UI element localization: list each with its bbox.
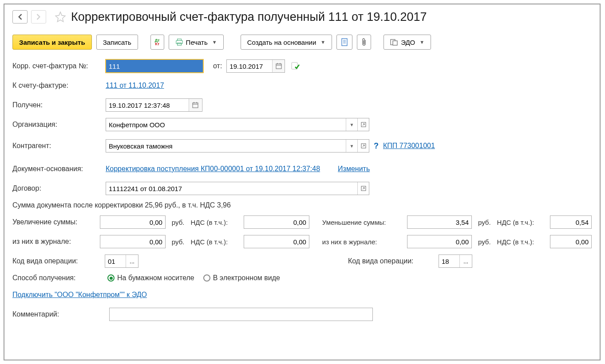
create-based-button[interactable]: Создать на основании ▼ xyxy=(241,35,332,50)
opcode2-input[interactable] xyxy=(439,255,459,267)
to-invoice-link[interactable]: 111 от 11.10.2017 xyxy=(106,82,164,90)
basis-link[interactable]: Корректировка поступления КП00-000001 от… xyxy=(106,165,320,173)
svg-rect-3 xyxy=(342,39,347,46)
chevron-down-icon: ▼ xyxy=(419,39,424,45)
document-button[interactable] xyxy=(336,35,352,50)
journal-label: из них в журнале: xyxy=(12,238,97,246)
save-button[interactable]: Записать xyxy=(96,35,138,50)
print-label: Печать xyxy=(186,39,208,46)
received-input[interactable] xyxy=(106,99,189,111)
radio-electronic[interactable]: В электронном виде xyxy=(203,274,280,282)
contract-field[interactable] xyxy=(106,182,369,195)
receipt-method-label: Способ получения: xyxy=(12,274,99,282)
date-input[interactable] xyxy=(227,60,272,72)
opcode2-field[interactable]: ... xyxy=(439,254,472,268)
comment-label: Комментарий: xyxy=(12,310,107,318)
favorite-star-icon[interactable] xyxy=(53,10,67,24)
page-title: Корректировочный счет-фактура полученный… xyxy=(71,10,427,24)
change-link[interactable]: Изменить xyxy=(338,165,370,173)
open-icon xyxy=(361,186,366,191)
chevron-down-icon: ▼ xyxy=(350,144,354,149)
currency-label: руб. xyxy=(172,238,185,246)
calendar-icon xyxy=(192,102,198,108)
dropdown-button[interactable]: ▼ xyxy=(346,118,357,131)
status-check-icon[interactable] xyxy=(291,62,300,70)
opcode-label: Код вида операции: xyxy=(348,257,436,265)
invoice-no-label: Корр. счет-фактура №: xyxy=(12,62,106,70)
printer-icon xyxy=(175,39,183,46)
open-icon xyxy=(361,143,366,149)
print-button[interactable]: Печать ▼ xyxy=(169,35,224,50)
decrease-label: Уменьшение суммы: xyxy=(322,219,404,226)
to-invoice-label: К счету-фактуре: xyxy=(12,82,106,90)
svg-rect-2 xyxy=(177,43,181,45)
back-button[interactable] xyxy=(12,10,28,23)
open-button[interactable] xyxy=(357,118,369,131)
decrease-amount-input[interactable] xyxy=(407,215,472,229)
date-label: от: xyxy=(213,62,222,70)
edo-label: ЭДО xyxy=(401,39,415,46)
counterparty-input[interactable] xyxy=(106,140,346,152)
dtkt-icon: ДтКт xyxy=(155,39,160,46)
opcode1-input[interactable] xyxy=(105,255,126,267)
help-icon[interactable]: ? xyxy=(374,141,379,151)
calendar-button[interactable] xyxy=(272,60,285,72)
radio-paper-label: На бумажном носителе xyxy=(117,274,194,282)
svg-rect-0 xyxy=(177,39,181,41)
vat-label: НДС (в т.ч.): xyxy=(190,238,241,246)
org-field[interactable]: ▼ xyxy=(106,118,369,131)
opcode1-field[interactable]: ... xyxy=(105,254,138,268)
decrease-vat-input[interactable] xyxy=(550,215,592,229)
journal-increase-vat-input[interactable] xyxy=(244,235,309,248)
chevron-down-icon: ▼ xyxy=(212,39,217,45)
journal-decrease-vat-input[interactable] xyxy=(550,235,592,248)
received-label: Получен: xyxy=(12,101,106,109)
increase-amount-input[interactable] xyxy=(100,215,166,229)
date-field[interactable] xyxy=(226,59,285,73)
edo-button[interactable]: ЭДО ▼ xyxy=(384,35,431,50)
calendar-button[interactable] xyxy=(189,99,201,111)
contract-input[interactable] xyxy=(106,182,357,195)
journal-label: из них в журнале: xyxy=(322,238,404,246)
contract-label: Договор: xyxy=(12,184,106,192)
forward-button[interactable] xyxy=(31,10,46,23)
paperclip-icon xyxy=(361,38,367,47)
svg-rect-9 xyxy=(276,64,281,69)
counterparty-field[interactable]: ▼ xyxy=(106,139,369,153)
attachment-button[interactable] xyxy=(357,35,371,50)
currency-label: руб. xyxy=(478,238,491,246)
svg-rect-14 xyxy=(193,103,198,108)
svg-rect-8 xyxy=(393,41,397,45)
save-and-close-button[interactable]: Записать и закрыть xyxy=(12,35,92,50)
increase-label: Увеличение суммы: xyxy=(12,218,97,226)
chevron-down-icon: ▼ xyxy=(350,122,354,127)
summary-text: Сумма документа после корректировки 25,9… xyxy=(12,201,592,209)
radio-paper[interactable]: На бумажном носителе xyxy=(107,274,194,282)
select-button[interactable]: ... xyxy=(126,255,138,267)
edo-connect-link[interactable]: Подключить "ООО "Конфетпром"" к ЭДО xyxy=(12,291,147,299)
comment-input[interactable] xyxy=(109,308,373,321)
currency-label: руб. xyxy=(172,219,185,226)
vat-label: НДС (в т.ч.): xyxy=(190,219,241,226)
open-button[interactable] xyxy=(357,182,369,195)
opcode-label: Код вида операции: xyxy=(12,257,102,265)
basis-label: Документ-основания: xyxy=(12,165,106,173)
radio-electronic-label: В электронном виде xyxy=(213,274,280,282)
journal-increase-input[interactable] xyxy=(100,235,166,248)
dropdown-button[interactable]: ▼ xyxy=(346,140,357,152)
open-icon xyxy=(361,122,366,127)
select-button[interactable]: ... xyxy=(459,255,472,267)
kpp-link[interactable]: КПП 773001001 xyxy=(383,142,435,150)
invoice-no-input[interactable] xyxy=(106,59,203,73)
calendar-icon xyxy=(276,63,282,69)
create-based-label: Создать на основании xyxy=(247,39,316,46)
received-field[interactable] xyxy=(106,98,202,112)
org-label: Организация: xyxy=(12,121,106,129)
journal-decrease-input[interactable] xyxy=(407,235,472,248)
vat-label: НДС (в т.ч.): xyxy=(497,219,547,226)
org-input[interactable] xyxy=(106,118,346,131)
dtkt-button[interactable]: ДтКт xyxy=(150,35,164,50)
edo-icon xyxy=(390,39,398,46)
open-button[interactable] xyxy=(357,140,369,152)
increase-vat-input[interactable] xyxy=(244,215,309,229)
